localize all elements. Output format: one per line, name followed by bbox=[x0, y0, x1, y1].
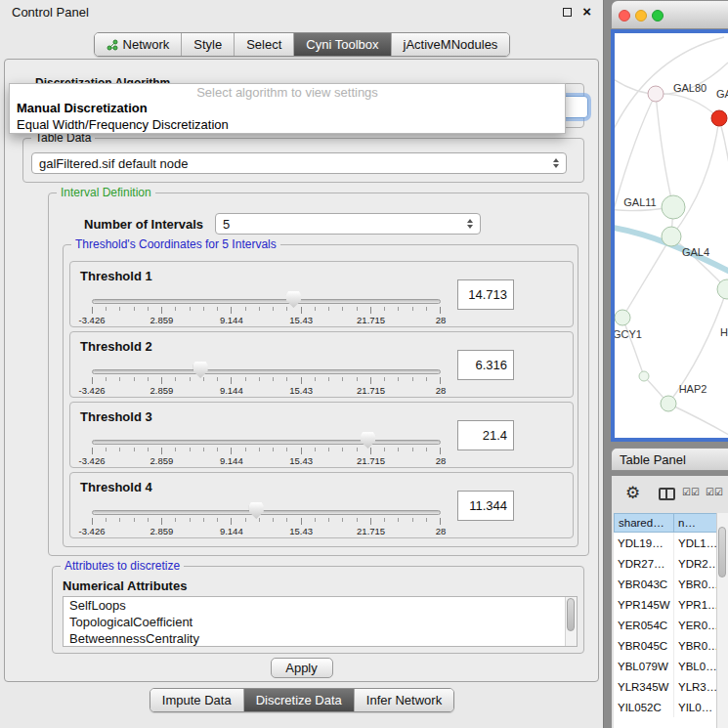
threshold-value-field[interactable]: 6.316 bbox=[457, 350, 514, 380]
tab-cyni-toolbox[interactable]: Cyni Toolbox bbox=[293, 33, 390, 56]
tick-label: 21.715 bbox=[357, 455, 385, 466]
network-node[interactable] bbox=[661, 396, 676, 411]
attribute-list-item[interactable]: TopologicalCoefficient bbox=[64, 614, 577, 630]
table-row[interactable]: YDL19…YDL1… bbox=[614, 533, 717, 553]
network-node[interactable] bbox=[711, 110, 727, 126]
attribute-list-item[interactable]: SelfLoops bbox=[64, 597, 577, 614]
algorithm-popup-options: Manual DiscretizationEqual Width/Frequen… bbox=[10, 100, 565, 133]
algorithm-popup-option[interactable]: Equal Width/Frequency Discretization bbox=[10, 116, 565, 133]
threshold-slider[interactable]: -3.4262.8599.14415.4321.71528 bbox=[92, 500, 441, 537]
scrollbar-thumb[interactable] bbox=[718, 527, 726, 578]
tick-label: 28 bbox=[436, 526, 447, 536]
threshold-slider[interactable]: -3.4262.8599.14415.4321.71528 bbox=[92, 430, 441, 467]
tick-label: 9.144 bbox=[220, 315, 243, 325]
network-canvas[interactable]: GAL80GAGAL11GAL4GCY1HHAP2 bbox=[615, 33, 728, 438]
slider-thumb-icon[interactable] bbox=[286, 291, 301, 308]
threshold-slider[interactable]: -3.4262.8599.14415.4321.71528 bbox=[92, 289, 441, 326]
network-edge[interactable] bbox=[719, 118, 728, 289]
algorithm-popup-option[interactable]: Manual Discretization bbox=[10, 100, 565, 116]
table-cell: YBR0… bbox=[674, 635, 717, 656]
slider-track bbox=[92, 510, 441, 515]
network-node[interactable] bbox=[639, 371, 649, 381]
column-header-shared-name[interactable]: shared… bbox=[614, 513, 674, 533]
table-row[interactable]: YBR043CYBR0… bbox=[614, 574, 717, 594]
network-edge[interactable] bbox=[656, 94, 673, 207]
minimize-traffic-icon[interactable] bbox=[635, 10, 647, 21]
window-buttons: × bbox=[563, 7, 591, 17]
number-of-intervals-combobox[interactable]: 5 bbox=[215, 213, 481, 235]
tick-label: 2.859 bbox=[150, 315, 174, 325]
table-cell: YBL079W bbox=[614, 656, 674, 676]
table-row[interactable]: YBL079WYBL0… bbox=[614, 656, 717, 676]
tab-label: Cyni Toolbox bbox=[306, 37, 378, 52]
float-window-icon[interactable] bbox=[563, 8, 572, 17]
table-data-combo-value: galFiltered.sif default node bbox=[39, 156, 188, 171]
network-edge[interactable] bbox=[668, 404, 728, 438]
tick-label: -3.426 bbox=[79, 455, 106, 466]
table-row[interactable]: YLR345WYLR3… bbox=[614, 676, 717, 697]
tab-impute-data[interactable]: Impute Data bbox=[150, 689, 243, 711]
network-node[interactable] bbox=[648, 86, 664, 102]
tab-infer-network[interactable]: Infer Network bbox=[354, 689, 453, 711]
select-columns-icon[interactable]: ☑☑ bbox=[682, 487, 700, 497]
network-edge[interactable] bbox=[615, 63, 728, 95]
network-edge[interactable] bbox=[671, 118, 719, 236]
table-row[interactable]: YIL052CYIL0… bbox=[614, 697, 717, 717]
column-header-name[interactable]: n… bbox=[674, 513, 717, 533]
network-node[interactable] bbox=[615, 310, 630, 325]
attributes-scrollbar[interactable] bbox=[565, 597, 577, 646]
network-node-label: GCY1 bbox=[615, 328, 642, 340]
network-edge[interactable] bbox=[622, 318, 644, 376]
table-row[interactable]: YBR045CYBR0… bbox=[614, 635, 717, 656]
network-edge[interactable] bbox=[615, 37, 724, 170]
tick-label: 15.43 bbox=[289, 385, 313, 396]
network-node[interactable] bbox=[662, 195, 685, 219]
table-header-row: shared… n… bbox=[614, 513, 717, 533]
close-traffic-icon[interactable] bbox=[619, 10, 630, 21]
threshold-box: Threshold 3-3.4262.8599.14415.4321.71528… bbox=[69, 402, 574, 468]
slider-thumb-icon[interactable] bbox=[361, 432, 375, 449]
attribute-list-item[interactable]: BetweennessCentrality bbox=[64, 630, 577, 647]
tab-style[interactable]: Style bbox=[181, 33, 234, 56]
table-row[interactable]: YPR145WYPR1… bbox=[614, 594, 717, 615]
tick-label: 15.43 bbox=[289, 526, 313, 536]
gear-icon[interactable]: ⚙ bbox=[625, 483, 640, 503]
table-cell: YBR045C bbox=[614, 635, 674, 656]
network-edge[interactable] bbox=[622, 236, 671, 318]
slider-tick-labels: -3.4262.8599.14415.4321.71528 bbox=[92, 385, 441, 397]
table-row[interactable]: YER054CYER0… bbox=[614, 615, 717, 635]
apply-button[interactable]: Apply bbox=[271, 658, 333, 678]
threshold-slider[interactable]: -3.4262.8599.14415.4321.71528 bbox=[92, 360, 441, 397]
columns-icon[interactable] bbox=[659, 488, 675, 500]
threshold-title: Threshold 1 bbox=[80, 269, 152, 283]
slider-thumb-icon[interactable] bbox=[249, 502, 264, 519]
network-edge[interactable] bbox=[656, 94, 719, 118]
tab-select[interactable]: Select bbox=[234, 33, 293, 56]
threshold-value-field[interactable]: 11.344 bbox=[457, 491, 514, 521]
number-of-intervals-value: 5 bbox=[223, 217, 230, 232]
thresholds-group: Threshold's Coordinates for 5 Intervals … bbox=[63, 244, 578, 547]
slider-thumb-icon[interactable] bbox=[193, 362, 208, 378]
network-node-label: GAL4 bbox=[682, 246, 709, 258]
tab-jactivemnodules[interactable]: jActiveMNodules bbox=[391, 33, 510, 56]
threshold-value-field[interactable]: 21.4 bbox=[457, 420, 514, 450]
table-scrollbar[interactable] bbox=[716, 513, 728, 728]
zoom-traffic-icon[interactable] bbox=[652, 10, 664, 21]
select-rows-icon[interactable]: ☑☑ bbox=[706, 487, 723, 497]
table-data-combobox[interactable]: galFiltered.sif default node bbox=[31, 152, 567, 174]
network-node[interactable] bbox=[662, 227, 681, 246]
close-window-icon[interactable]: × bbox=[582, 7, 591, 17]
numerical-attributes-list[interactable]: SelfLoopsTopologicalCoefficientBetweenne… bbox=[63, 596, 578, 647]
tab-label: Discretize Data bbox=[256, 693, 342, 707]
tick-label: 2.859 bbox=[150, 526, 174, 536]
threshold-value-field[interactable]: 14.713 bbox=[457, 279, 514, 310]
window-title: Control Panel bbox=[12, 5, 89, 20]
numerical-attributes-label: Numerical Attributes bbox=[63, 578, 187, 593]
control-panel-titlebar: Control Panel × bbox=[0, 0, 603, 23]
tab-network[interactable]: Network bbox=[95, 33, 182, 56]
table-row[interactable]: YDR27…YDR2… bbox=[614, 553, 717, 574]
network-node[interactable] bbox=[717, 279, 728, 299]
node-table: shared… n… YDL19…YDL1…YDR27…YDR2…YBR043C… bbox=[614, 513, 717, 728]
scrollbar-thumb[interactable] bbox=[567, 598, 575, 631]
tab-discretize-data[interactable]: Discretize Data bbox=[243, 689, 354, 711]
